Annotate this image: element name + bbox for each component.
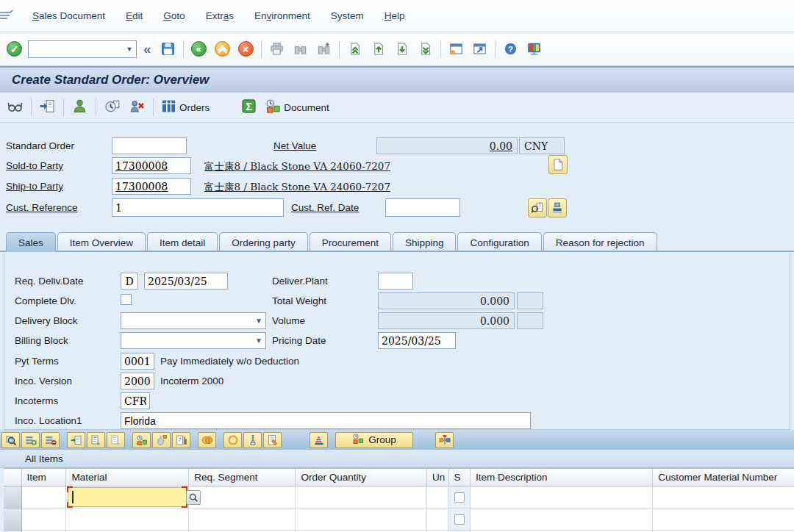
cell-req-segment[interactable] (189, 508, 296, 531)
stamp-button[interactable] (548, 198, 567, 218)
column-header-material[interactable]: Material (66, 469, 189, 486)
sort-button[interactable] (310, 432, 328, 448)
cell-order-quantity[interactable] (296, 486, 427, 508)
column-header-s[interactable]: S (449, 469, 471, 486)
item-structure-button[interactable] (435, 432, 454, 448)
complete-dlv-checkbox[interactable] (121, 294, 132, 305)
schedule-lines-button[interactable]: 7 (172, 432, 190, 448)
menu-item-help[interactable]: Help (374, 7, 415, 25)
recalculate-button[interactable] (223, 432, 242, 448)
tab-item-detail[interactable]: Item detail (147, 232, 218, 252)
pyt-terms-input[interactable] (121, 353, 154, 370)
deliver-plant-input[interactable] (378, 273, 413, 290)
group-button[interactable]: Group (335, 432, 413, 448)
back-icon[interactable]: « (189, 39, 209, 59)
cell-item[interactable] (22, 508, 67, 531)
item-texts-button[interactable] (263, 432, 282, 448)
standard-order-input[interactable] (112, 137, 187, 154)
row-selector[interactable] (4, 508, 22, 531)
sold-to-party-display-button[interactable] (69, 97, 90, 118)
sold-to-party-input[interactable] (112, 157, 191, 174)
print-icon[interactable] (267, 39, 287, 59)
sold-to-party-description[interactable]: 富士康8 / Black Stone VA 24060-7207 (204, 160, 390, 173)
delivery-block-select[interactable]: ▼ (121, 312, 266, 329)
tab-shipping[interactable]: Shipping (393, 232, 457, 252)
search-documents-button[interactable] (528, 198, 547, 218)
cell-item-description[interactable] (471, 508, 653, 531)
menu-item-environment[interactable]: Environment (244, 7, 321, 25)
tab-configuration[interactable]: Configuration (457, 232, 541, 252)
command-dropdown-icon[interactable]: ▼ (123, 41, 136, 57)
last-page-icon[interactable] (415, 39, 435, 59)
item-status-button[interactable] (132, 432, 151, 448)
shortcut-icon[interactable] (470, 39, 490, 59)
save-icon[interactable] (158, 39, 178, 59)
menu-item-edit[interactable]: Edit (115, 7, 153, 25)
column-header-req-segment[interactable]: Req. Segment (189, 469, 296, 486)
item-detail-button[interactable] (1, 432, 20, 448)
cust-reference-input[interactable] (112, 198, 284, 217)
menu-item-system[interactable]: System (321, 7, 374, 25)
tab-ordering-party[interactable]: Ordering party (219, 232, 307, 252)
create-with-reference-button[interactable] (37, 97, 58, 118)
cell-material[interactable] (66, 486, 189, 508)
req-deliv-date-type-input[interactable] (121, 273, 138, 290)
insert-with-reference-button[interactable] (67, 432, 85, 448)
pricing-date-input[interactable] (378, 332, 456, 349)
next-page-icon[interactable] (392, 39, 412, 59)
cell-un[interactable] (427, 508, 448, 531)
cell-material[interactable] (66, 508, 189, 531)
billing-block-select[interactable]: ▼ (121, 332, 266, 349)
req-deliv-date-input[interactable] (144, 273, 228, 290)
cell-customer-material-number[interactable] (653, 486, 794, 508)
system-menu-icon[interactable] (0, 7, 15, 26)
material-input-cell[interactable] (68, 487, 187, 507)
create-document-button[interactable] (548, 155, 568, 174)
incoterms-input[interactable] (121, 392, 150, 409)
column-header-item-description[interactable]: Item Description (471, 469, 653, 486)
tab-procurement[interactable]: Procurement (310, 232, 391, 252)
display-glasses-button[interactable] (4, 97, 26, 118)
insert-row-button[interactable] (21, 432, 40, 448)
cell-search-button[interactable] (186, 490, 201, 505)
column-header-order-quantity[interactable]: Order Quantity (296, 469, 427, 486)
menu-item-goto[interactable]: Goto (153, 7, 195, 25)
delete-row-button[interactable] (41, 432, 60, 448)
cell-s[interactable] (448, 486, 470, 508)
row-selector[interactable] (4, 486, 22, 508)
enter-button[interactable]: ✓ (4, 39, 24, 59)
menu-item-extras[interactable]: Extras (196, 7, 244, 25)
availability-check-button[interactable] (243, 432, 262, 448)
cell-customer-material-number[interactable] (653, 508, 794, 531)
column-header-un[interactable]: Un (427, 469, 449, 486)
s-checkbox[interactable] (454, 514, 465, 525)
help-icon[interactable]: ? (501, 39, 521, 59)
propose-items-button[interactable] (107, 432, 125, 448)
cell-order-quantity[interactable] (296, 508, 427, 531)
find-next-icon[interactable] (314, 39, 334, 59)
cell-un[interactable] (427, 486, 448, 508)
cust-reference-label[interactable]: Cust. Reference (6, 202, 78, 213)
exit-icon[interactable]: × (236, 39, 256, 59)
ship-to-party-description[interactable]: 富士康8 / Black Stone VA 24060-7207 (204, 181, 390, 194)
cell-item-description[interactable] (471, 486, 653, 508)
command-input[interactable] (29, 41, 123, 57)
document-flow-button[interactable] (101, 97, 123, 118)
cell-s[interactable] (448, 508, 470, 531)
sum-button[interactable]: Σ (238, 97, 260, 118)
item-conditions-button[interactable] (198, 432, 216, 448)
cell-req-segment[interactable] (189, 486, 296, 508)
sold-to-party-label[interactable]: Sold-to Party (6, 160, 63, 171)
column-header-item[interactable]: Item (22, 469, 67, 486)
item-usage-button[interactable] (152, 432, 171, 448)
tab-sales[interactable]: Sales (6, 232, 56, 252)
column-header-customer-material-number[interactable]: Customer Material Number (653, 469, 794, 486)
inco-location1-input[interactable] (121, 412, 531, 429)
find-icon[interactable] (290, 39, 310, 59)
up-icon[interactable] (212, 39, 232, 59)
cust-ref-date-label[interactable]: Cust. Ref. Date (291, 202, 359, 213)
cell-item[interactable] (22, 486, 67, 508)
copy-row-button[interactable] (87, 432, 105, 448)
prev-page-icon[interactable] (368, 39, 388, 59)
s-checkbox[interactable] (454, 492, 465, 503)
